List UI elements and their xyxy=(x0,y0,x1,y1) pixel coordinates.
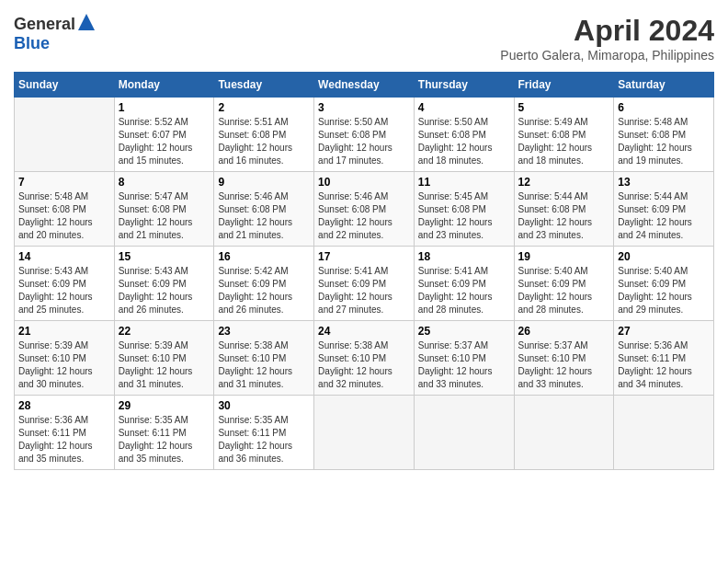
day-info: Sunrise: 5:46 AM Sunset: 6:08 PM Dayligh… xyxy=(318,190,410,242)
calendar-cell: 8 Sunrise: 5:47 AM Sunset: 6:08 PM Dayli… xyxy=(114,172,214,247)
day-number: 11 xyxy=(418,176,510,189)
daylight-text: Daylight: 12 hours and 23 minutes. xyxy=(518,217,593,240)
calendar-cell: 11 Sunrise: 5:45 AM Sunset: 6:08 PM Dayl… xyxy=(414,172,514,247)
calendar-cell: 19 Sunrise: 5:40 AM Sunset: 6:09 PM Dayl… xyxy=(514,247,614,321)
day-info: Sunrise: 5:40 AM Sunset: 6:09 PM Dayligh… xyxy=(618,265,710,316)
sunset-text: Sunset: 6:09 PM xyxy=(318,279,386,289)
calendar-cell xyxy=(514,396,614,470)
sunrise-text: Sunrise: 5:38 AM xyxy=(318,340,388,350)
header: General Blue April 2024 Puerto Galera, M… xyxy=(14,14,714,63)
calendar-cell: 4 Sunrise: 5:50 AM Sunset: 6:08 PM Dayli… xyxy=(414,98,514,172)
sunrise-text: Sunrise: 5:35 AM xyxy=(119,415,188,425)
day-info: Sunrise: 5:48 AM Sunset: 6:08 PM Dayligh… xyxy=(18,190,110,242)
daylight-text: Daylight: 12 hours and 36 minutes. xyxy=(218,441,292,464)
sunset-text: Sunset: 6:11 PM xyxy=(218,428,286,438)
daylight-text: Daylight: 12 hours and 35 minutes. xyxy=(18,441,93,464)
weekday-header-friday: Friday xyxy=(514,73,614,98)
daylight-text: Daylight: 12 hours and 18 minutes. xyxy=(518,143,593,166)
daylight-text: Daylight: 12 hours and 26 minutes. xyxy=(218,292,292,315)
daylight-text: Daylight: 12 hours and 21 minutes. xyxy=(218,217,292,240)
day-number: 22 xyxy=(119,325,210,338)
day-info: Sunrise: 5:52 AM Sunset: 6:07 PM Dayligh… xyxy=(119,116,210,167)
calendar-cell: 15 Sunrise: 5:43 AM Sunset: 6:09 PM Dayl… xyxy=(114,247,214,321)
calendar-cell xyxy=(614,396,714,470)
day-number: 25 xyxy=(418,325,510,338)
day-number: 28 xyxy=(18,399,110,412)
sunset-text: Sunset: 6:10 PM xyxy=(18,353,86,363)
daylight-text: Daylight: 12 hours and 17 minutes. xyxy=(318,143,392,166)
sunset-text: Sunset: 6:09 PM xyxy=(618,204,686,214)
calendar-header-row: SundayMondayTuesdayWednesdayThursdayFrid… xyxy=(15,73,714,98)
sunrise-text: Sunrise: 5:39 AM xyxy=(119,340,188,350)
sunset-text: Sunset: 6:08 PM xyxy=(119,204,187,214)
calendar-cell: 27 Sunrise: 5:36 AM Sunset: 6:11 PM Dayl… xyxy=(614,321,714,396)
sunrise-text: Sunrise: 5:43 AM xyxy=(119,266,188,276)
day-number: 3 xyxy=(318,101,410,114)
sunset-text: Sunset: 6:10 PM xyxy=(318,353,386,363)
day-number: 23 xyxy=(218,325,310,338)
sunset-text: Sunset: 6:08 PM xyxy=(618,130,686,140)
day-number: 6 xyxy=(618,101,710,114)
logo: General Blue xyxy=(14,14,95,53)
day-number: 4 xyxy=(418,101,510,114)
day-info: Sunrise: 5:46 AM Sunset: 6:08 PM Dayligh… xyxy=(218,190,310,242)
sunrise-text: Sunrise: 5:38 AM xyxy=(218,340,288,350)
weekday-header-monday: Monday xyxy=(114,73,214,98)
day-info: Sunrise: 5:41 AM Sunset: 6:09 PM Dayligh… xyxy=(318,265,410,316)
sunset-text: Sunset: 6:09 PM xyxy=(119,279,187,289)
daylight-text: Daylight: 12 hours and 31 minutes. xyxy=(119,366,193,389)
sunset-text: Sunset: 6:07 PM xyxy=(119,130,187,140)
daylight-text: Daylight: 12 hours and 29 minutes. xyxy=(618,292,692,315)
day-number: 1 xyxy=(119,101,210,114)
sunrise-text: Sunrise: 5:36 AM xyxy=(18,415,88,425)
day-info: Sunrise: 5:51 AM Sunset: 6:08 PM Dayligh… xyxy=(218,116,310,167)
svg-marker-0 xyxy=(78,14,95,30)
daylight-text: Daylight: 12 hours and 21 minutes. xyxy=(119,217,193,240)
sunrise-text: Sunrise: 5:49 AM xyxy=(518,117,588,127)
sunrise-text: Sunrise: 5:47 AM xyxy=(119,191,188,201)
sunset-text: Sunset: 6:08 PM xyxy=(418,130,486,140)
daylight-text: Daylight: 12 hours and 33 minutes. xyxy=(518,366,593,389)
weekday-header-sunday: Sunday xyxy=(15,73,115,98)
calendar-cell: 7 Sunrise: 5:48 AM Sunset: 6:08 PM Dayli… xyxy=(15,172,115,247)
daylight-text: Daylight: 12 hours and 30 minutes. xyxy=(18,366,93,389)
calendar-cell: 21 Sunrise: 5:39 AM Sunset: 6:10 PM Dayl… xyxy=(15,321,115,396)
daylight-text: Daylight: 12 hours and 24 minutes. xyxy=(618,217,692,240)
sunrise-text: Sunrise: 5:40 AM xyxy=(518,266,588,276)
daylight-text: Daylight: 12 hours and 16 minutes. xyxy=(218,143,292,166)
daylight-text: Daylight: 12 hours and 19 minutes. xyxy=(618,143,692,166)
daylight-text: Daylight: 12 hours and 32 minutes. xyxy=(318,366,392,389)
logo-general-text: General xyxy=(14,15,75,34)
day-number: 27 xyxy=(618,325,710,338)
sunrise-text: Sunrise: 5:41 AM xyxy=(418,266,488,276)
day-info: Sunrise: 5:47 AM Sunset: 6:08 PM Dayligh… xyxy=(119,190,210,242)
day-number: 20 xyxy=(618,250,710,263)
sunset-text: Sunset: 6:10 PM xyxy=(218,353,286,363)
day-number: 9 xyxy=(218,176,310,189)
day-number: 18 xyxy=(418,250,510,263)
calendar-cell: 23 Sunrise: 5:38 AM Sunset: 6:10 PM Dayl… xyxy=(214,321,314,396)
day-number: 5 xyxy=(518,101,610,114)
day-info: Sunrise: 5:37 AM Sunset: 6:10 PM Dayligh… xyxy=(518,339,610,391)
sunset-text: Sunset: 6:09 PM xyxy=(618,279,686,289)
day-info: Sunrise: 5:36 AM Sunset: 6:11 PM Dayligh… xyxy=(618,339,710,391)
daylight-text: Daylight: 12 hours and 28 minutes. xyxy=(518,292,593,315)
sunset-text: Sunset: 6:08 PM xyxy=(318,130,386,140)
day-info: Sunrise: 5:39 AM Sunset: 6:10 PM Dayligh… xyxy=(18,339,110,391)
sunrise-text: Sunrise: 5:46 AM xyxy=(218,191,288,201)
calendar-week-4: 21 Sunrise: 5:39 AM Sunset: 6:10 PM Dayl… xyxy=(15,321,714,396)
sunrise-text: Sunrise: 5:46 AM xyxy=(318,191,388,201)
day-number: 24 xyxy=(318,325,410,338)
calendar-cell: 5 Sunrise: 5:49 AM Sunset: 6:08 PM Dayli… xyxy=(514,98,614,172)
sunset-text: Sunset: 6:08 PM xyxy=(318,204,386,214)
day-info: Sunrise: 5:50 AM Sunset: 6:08 PM Dayligh… xyxy=(418,116,510,167)
sunset-text: Sunset: 6:08 PM xyxy=(518,130,586,140)
day-info: Sunrise: 5:50 AM Sunset: 6:08 PM Dayligh… xyxy=(318,116,410,167)
day-number: 12 xyxy=(518,176,610,189)
calendar-cell: 13 Sunrise: 5:44 AM Sunset: 6:09 PM Dayl… xyxy=(614,172,714,247)
day-info: Sunrise: 5:38 AM Sunset: 6:10 PM Dayligh… xyxy=(318,339,410,391)
sunset-text: Sunset: 6:09 PM xyxy=(418,279,486,289)
calendar-week-3: 14 Sunrise: 5:43 AM Sunset: 6:09 PM Dayl… xyxy=(15,247,714,321)
day-info: Sunrise: 5:48 AM Sunset: 6:08 PM Dayligh… xyxy=(618,116,710,167)
sunset-text: Sunset: 6:10 PM xyxy=(418,353,486,363)
